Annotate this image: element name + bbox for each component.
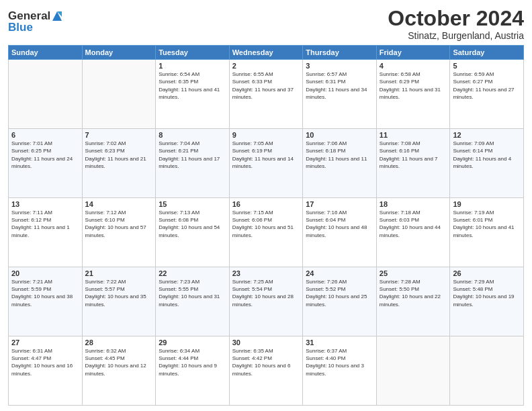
calendar-cell: 23Sunrise: 7:25 AMSunset: 5:54 PMDayligh…	[229, 267, 303, 336]
day-info: Sunrise: 6:32 AMSunset: 4:45 PMDaylight:…	[85, 347, 153, 377]
day-number: 31	[306, 338, 373, 347]
day-info: Sunrise: 6:59 AMSunset: 6:27 PMDaylight:…	[453, 71, 521, 101]
day-number: 9	[232, 131, 300, 139]
calendar-cell: 6Sunrise: 7:01 AMSunset: 6:25 PMDaylight…	[9, 129, 83, 198]
day-info: Sunrise: 7:02 AMSunset: 6:23 PMDaylight:…	[85, 140, 153, 170]
calendar-cell: 27Sunrise: 6:31 AMSunset: 4:47 PMDayligh…	[9, 336, 83, 406]
day-number: 5	[453, 62, 521, 70]
month-title: October 2024	[388, 7, 524, 30]
calendar-week-4: 20Sunrise: 7:21 AMSunset: 5:59 PMDayligh…	[9, 267, 524, 336]
calendar-cell: 5Sunrise: 6:59 AMSunset: 6:27 PMDaylight…	[450, 60, 524, 129]
day-number: 18	[380, 200, 447, 208]
calendar-cell	[376, 336, 450, 406]
day-number: 25	[380, 269, 447, 277]
day-number: 17	[306, 200, 373, 208]
calendar-cell: 12Sunrise: 7:09 AMSunset: 6:14 PMDayligh…	[450, 129, 524, 198]
day-info: Sunrise: 6:54 AMSunset: 6:35 PMDaylight:…	[159, 71, 226, 101]
calendar-cell: 22Sunrise: 7:23 AMSunset: 5:55 PMDayligh…	[156, 267, 230, 336]
calendar-cell: 4Sunrise: 6:58 AMSunset: 6:29 PMDaylight…	[376, 60, 450, 129]
day-header-saturday: Saturday	[450, 46, 524, 60]
calendar-cell: 19Sunrise: 7:19 AMSunset: 6:01 PMDayligh…	[450, 198, 524, 267]
day-number: 26	[453, 269, 521, 277]
header: General Blue October 2024 Stinatz, Burge…	[8, 7, 524, 41]
calendar-cell: 15Sunrise: 7:13 AMSunset: 6:08 PMDayligh…	[156, 198, 230, 267]
day-number: 19	[453, 200, 521, 208]
day-info: Sunrise: 7:23 AMSunset: 5:55 PMDaylight:…	[159, 278, 226, 308]
day-info: Sunrise: 7:08 AMSunset: 6:16 PMDaylight:…	[380, 140, 447, 170]
calendar-header-row: SundayMondayTuesdayWednesdayThursdayFrid…	[9, 46, 524, 60]
day-number: 27	[11, 338, 79, 347]
calendar-cell: 7Sunrise: 7:02 AMSunset: 6:23 PMDaylight…	[82, 129, 156, 198]
day-number: 2	[232, 62, 300, 70]
calendar-cell: 25Sunrise: 7:28 AMSunset: 5:50 PMDayligh…	[376, 267, 450, 336]
calendar-cell: 31Sunrise: 6:37 AMSunset: 4:40 PMDayligh…	[303, 336, 377, 406]
calendar-cell: 3Sunrise: 6:57 AMSunset: 6:31 PMDaylight…	[303, 60, 377, 129]
calendar-cell: 9Sunrise: 7:05 AMSunset: 6:19 PMDaylight…	[229, 129, 303, 198]
day-info: Sunrise: 6:35 AMSunset: 4:42 PMDaylight:…	[232, 347, 300, 377]
day-info: Sunrise: 7:05 AMSunset: 6:19 PMDaylight:…	[232, 140, 300, 170]
day-number: 30	[232, 338, 300, 347]
day-info: Sunrise: 6:57 AMSunset: 6:31 PMDaylight:…	[306, 71, 373, 101]
day-info: Sunrise: 7:04 AMSunset: 6:21 PMDaylight:…	[159, 140, 226, 170]
calendar-week-2: 6Sunrise: 7:01 AMSunset: 6:25 PMDaylight…	[9, 129, 524, 198]
day-number: 1	[159, 62, 226, 70]
day-number: 11	[380, 131, 447, 139]
day-info: Sunrise: 7:16 AMSunset: 6:04 PMDaylight:…	[306, 209, 373, 239]
day-info: Sunrise: 7:15 AMSunset: 6:06 PMDaylight:…	[232, 209, 300, 239]
day-header-monday: Monday	[82, 46, 156, 60]
day-number: 23	[232, 269, 300, 277]
day-number: 10	[306, 131, 373, 139]
day-info: Sunrise: 7:22 AMSunset: 5:57 PMDaylight:…	[85, 278, 153, 308]
day-info: Sunrise: 7:09 AMSunset: 6:14 PMDaylight:…	[453, 140, 521, 170]
page: General Blue October 2024 Stinatz, Burge…	[0, 0, 532, 411]
calendar-cell: 20Sunrise: 7:21 AMSunset: 5:59 PMDayligh…	[9, 267, 83, 336]
calendar-week-3: 13Sunrise: 7:11 AMSunset: 6:12 PMDayligh…	[9, 198, 524, 267]
day-info: Sunrise: 6:58 AMSunset: 6:29 PMDaylight:…	[380, 71, 447, 101]
day-number: 12	[453, 131, 521, 139]
day-info: Sunrise: 7:01 AMSunset: 6:25 PMDaylight:…	[11, 140, 79, 170]
calendar-week-5: 27Sunrise: 6:31 AMSunset: 4:47 PMDayligh…	[9, 336, 524, 406]
day-number: 7	[85, 131, 153, 139]
day-info: Sunrise: 7:13 AMSunset: 6:08 PMDaylight:…	[159, 209, 226, 239]
logo-icon	[51, 10, 63, 22]
calendar-cell: 14Sunrise: 7:12 AMSunset: 6:10 PMDayligh…	[82, 198, 156, 267]
calendar-cell: 26Sunrise: 7:29 AMSunset: 5:48 PMDayligh…	[450, 267, 524, 336]
title-block: October 2024 Stinatz, Burgenland, Austri…	[388, 7, 524, 41]
calendar: SundayMondayTuesdayWednesdayThursdayFrid…	[8, 45, 524, 406]
calendar-cell: 18Sunrise: 7:18 AMSunset: 6:03 PMDayligh…	[376, 198, 450, 267]
calendar-cell: 1Sunrise: 6:54 AMSunset: 6:35 PMDaylight…	[156, 60, 230, 129]
calendar-cell: 13Sunrise: 7:11 AMSunset: 6:12 PMDayligh…	[9, 198, 83, 267]
day-info: Sunrise: 7:12 AMSunset: 6:10 PMDaylight:…	[85, 209, 153, 239]
day-info: Sunrise: 7:19 AMSunset: 6:01 PMDaylight:…	[453, 209, 521, 239]
day-info: Sunrise: 7:11 AMSunset: 6:12 PMDaylight:…	[11, 209, 79, 239]
logo-blue-text: Blue	[8, 21, 63, 34]
calendar-cell: 2Sunrise: 6:55 AMSunset: 6:33 PMDaylight…	[229, 60, 303, 129]
calendar-cell	[450, 336, 524, 406]
day-header-tuesday: Tuesday	[156, 46, 230, 60]
day-number: 21	[85, 269, 153, 277]
day-number: 20	[11, 269, 79, 277]
calendar-cell: 30Sunrise: 6:35 AMSunset: 4:42 PMDayligh…	[229, 336, 303, 406]
day-number: 15	[159, 200, 226, 208]
day-number: 3	[306, 62, 373, 70]
calendar-cell: 16Sunrise: 7:15 AMSunset: 6:06 PMDayligh…	[229, 198, 303, 267]
location: Stinatz, Burgenland, Austria	[388, 30, 524, 41]
calendar-cell: 21Sunrise: 7:22 AMSunset: 5:57 PMDayligh…	[82, 267, 156, 336]
day-info: Sunrise: 7:26 AMSunset: 5:52 PMDaylight:…	[306, 278, 373, 308]
day-info: Sunrise: 7:21 AMSunset: 5:59 PMDaylight:…	[11, 278, 79, 308]
calendar-cell: 24Sunrise: 7:26 AMSunset: 5:52 PMDayligh…	[303, 267, 377, 336]
day-header-sunday: Sunday	[9, 46, 83, 60]
day-number: 24	[306, 269, 373, 277]
day-info: Sunrise: 7:25 AMSunset: 5:54 PMDaylight:…	[232, 278, 300, 308]
day-info: Sunrise: 6:55 AMSunset: 6:33 PMDaylight:…	[232, 71, 300, 101]
day-number: 4	[380, 62, 447, 70]
day-number: 28	[85, 338, 153, 347]
day-info: Sunrise: 7:29 AMSunset: 5:48 PMDaylight:…	[453, 278, 521, 308]
calendar-cell: 10Sunrise: 7:06 AMSunset: 6:18 PMDayligh…	[303, 129, 377, 198]
day-number: 16	[232, 200, 300, 208]
day-info: Sunrise: 6:31 AMSunset: 4:47 PMDaylight:…	[11, 347, 79, 377]
day-number: 6	[11, 131, 79, 139]
day-number: 13	[11, 200, 79, 208]
calendar-cell: 17Sunrise: 7:16 AMSunset: 6:04 PMDayligh…	[303, 198, 377, 267]
day-info: Sunrise: 6:37 AMSunset: 4:40 PMDaylight:…	[306, 347, 373, 377]
